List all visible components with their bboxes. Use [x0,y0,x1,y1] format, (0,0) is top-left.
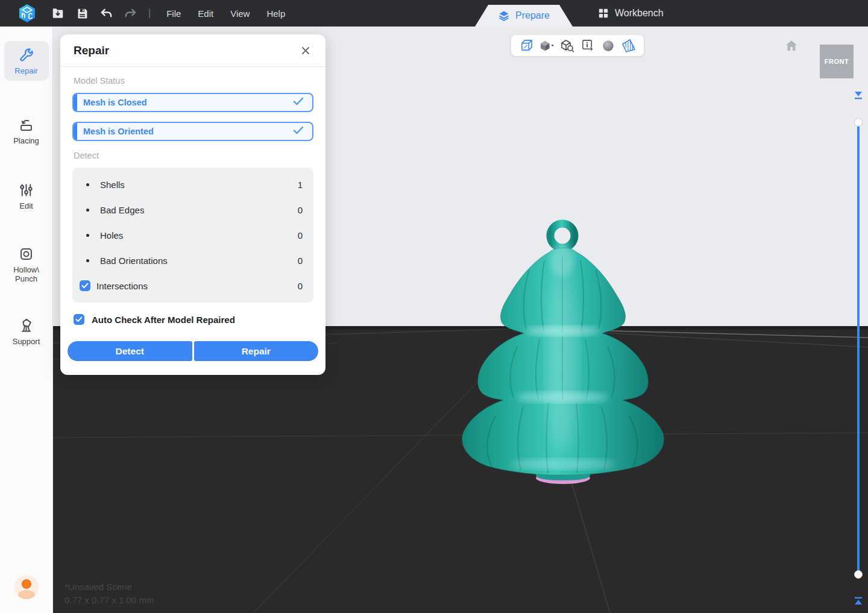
model-loop [550,224,574,248]
tab-prepare-label: Prepare [515,10,550,21]
sidebar-item-label: Edit [19,201,33,210]
auto-check-row: Auto Check After Model Repaired [74,314,312,325]
scene-info: *Unsaved Scene 0.77 x 0.77 x 1.00 mm [64,580,154,607]
toolbar-separator: | [148,8,151,19]
hollow-punch-icon [18,246,34,262]
view-cube-front[interactable]: FRONT [820,45,854,78]
sidebar-item-label: Placing [13,136,39,145]
detect-row-bad-edges: Bad Edges 0 [72,197,313,222]
detect-row-bad-orientations: Bad Orientations 0 [72,248,313,273]
perspective-cube-icon[interactable] [518,37,535,54]
import-icon[interactable] [51,6,65,20]
intersections-checkbox[interactable] [80,280,90,291]
status-mesh-closed: Mesh is Closed [72,93,313,112]
menu-edit[interactable]: Edit [189,0,222,27]
view-mode-cube-icon[interactable] [538,37,555,54]
status-mesh-oriented: Mesh is Oriented [72,122,313,141]
bullet-icon [86,259,89,262]
repair-button[interactable]: Repair [194,341,319,361]
menu-help[interactable]: Help [258,0,294,27]
detect-heading: Detect [74,151,312,160]
repair-panel-header: Repair [60,34,326,67]
scene-dimensions: 0.77 x 0.77 x 1.00 mm [64,594,154,607]
check-icon [293,126,304,137]
tab-workbench-label: Workbench [615,8,664,19]
sidebar-item-placing[interactable]: Placing [4,111,49,151]
undo-icon[interactable] [99,6,113,20]
avatar-head-icon [22,579,31,589]
detect-row-shells: Shells 1 [72,172,313,197]
sidebar-item-support[interactable]: Support [4,312,49,351]
app-window: FRONT *Unsaved Scene 0.77 x 0.77 x 1.00 … [0,0,868,613]
app-logo-icon[interactable] [17,3,37,24]
sidebar-item-label: Repair [14,66,37,75]
placing-icon [18,117,34,133]
repair-panel: Repair Model Status Mesh is Closed Mesh … [60,34,326,375]
auto-check-label: Auto Check After Model Repaired [92,315,235,325]
detect-results-box: Shells 1 Bad Edges 0 Holes 0 Bad Orienta… [72,168,313,303]
model-info-icon[interactable] [579,37,596,54]
panel-buttons: Detect Repair [68,341,318,361]
sidebar-item-hollow-punch[interactable]: Hollow\ Punch [4,240,49,289]
dropdown-arrow-icon [551,45,554,46]
viewport-toolbar [511,35,644,56]
clip-view-icon[interactable] [620,37,637,54]
zoom-model-icon[interactable] [559,37,576,54]
sidebar-item-label-2: Punch [15,274,37,283]
redo-icon[interactable] [123,6,137,20]
layer-slider-handle-bottom[interactable] [854,570,863,579]
sidebar-item-edit[interactable]: Edit [4,176,49,216]
detect-value: 0 [298,281,303,291]
support-icon [18,318,34,334]
save-icon[interactable] [75,6,89,20]
detect-value: 1 [298,180,303,190]
material-sphere-icon[interactable] [600,37,617,54]
top-bar: | File Edit View Help Prepare Workbench [0,0,868,27]
wrench-icon [18,47,34,63]
detect-row-intersections: Intersections 0 [72,273,313,298]
detect-value: 0 [298,205,303,215]
home-view-icon[interactable] [784,39,799,53]
menu-view[interactable]: View [222,0,258,27]
sidebar-item-label: Hollow\ [13,265,39,274]
close-icon[interactable] [299,44,312,57]
bullet-icon [86,234,89,237]
detect-row-holes: Holes 0 [72,222,313,248]
slider-to-top-icon[interactable] [854,91,863,101]
tool-sidebar: Repair Placing Edit Hollow\ [0,27,53,613]
tab-workbench[interactable]: Workbench [590,0,672,27]
detect-button[interactable]: Detect [68,341,192,361]
model-status-heading: Model Status [74,76,312,86]
menu-file[interactable]: File [158,0,189,27]
avatar-body-icon [18,590,35,599]
sidebar-item-repair[interactable]: Repair [4,41,49,81]
slider-to-bottom-icon[interactable] [854,596,863,605]
scene-name: *Unsaved Scene [64,580,154,594]
status-label: Mesh is Closed [83,98,147,107]
bullet-icon [86,209,89,212]
layer-slider-track[interactable] [857,122,860,574]
sidebar-item-label: Support [13,337,40,346]
layer-slider-handle-top[interactable] [854,118,863,127]
workbench-grid-icon [598,8,609,19]
sliders-icon [18,182,34,198]
status-label: Mesh is Oriented [83,127,154,136]
tab-prepare[interactable]: Prepare [475,5,573,27]
detect-value: 0 [298,256,303,266]
auto-check-checkbox[interactable] [74,314,84,325]
layers-icon [498,10,510,22]
check-icon [293,97,304,108]
detect-value: 0 [298,230,303,240]
model-christmas-tree[interactable] [462,224,664,484]
panel-title: Repair [74,44,109,57]
user-avatar[interactable] [14,575,39,599]
bullet-icon [86,183,89,186]
